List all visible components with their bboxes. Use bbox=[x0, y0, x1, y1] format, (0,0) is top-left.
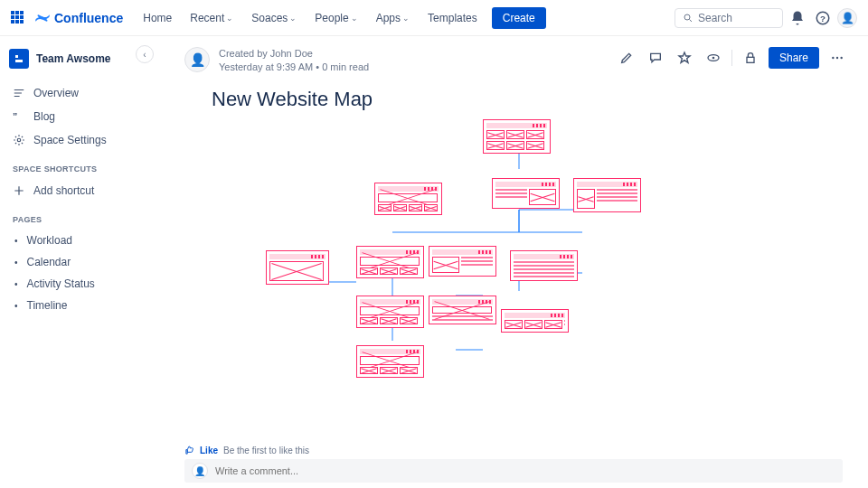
star-icon[interactable] bbox=[674, 47, 695, 69]
page-title: New Website Map bbox=[212, 88, 843, 111]
page-calendar[interactable]: Calendar bbox=[9, 251, 136, 273]
author-avatar[interactable]: 👤 bbox=[184, 47, 210, 72]
wf-node bbox=[429, 296, 496, 324]
wf-node bbox=[356, 296, 424, 328]
comment-input[interactable] bbox=[215, 465, 835, 476]
comment-icon[interactable] bbox=[645, 47, 666, 69]
top-navigation: Confluence Home Recent⌄ Soaces⌄ People⌄ … bbox=[0, 0, 868, 36]
like-status: Be the first to like this bbox=[223, 446, 309, 455]
pages-heading: PAGES bbox=[13, 215, 136, 224]
like-bar: Like Be the first to like this bbox=[184, 446, 309, 455]
nav-recent[interactable]: Recent⌄ bbox=[183, 8, 241, 28]
wf-node bbox=[356, 246, 424, 278]
nav-apps[interactable]: Apps⌄ bbox=[369, 8, 417, 28]
shortcuts-heading: SPACE SHORTCUTS bbox=[13, 164, 136, 174]
space-title[interactable]: Team Awsome bbox=[9, 49, 136, 69]
wf-node bbox=[510, 250, 578, 281]
page-timeline[interactable]: Timeline bbox=[9, 295, 136, 316]
wf-node bbox=[429, 246, 496, 277]
svg-point-11 bbox=[840, 57, 842, 59]
svg-text:”: ” bbox=[13, 111, 17, 122]
nav-spaces[interactable]: Soaces⌄ bbox=[244, 8, 304, 28]
more-icon[interactable] bbox=[826, 47, 848, 69]
wf-node bbox=[374, 183, 442, 215]
add-shortcut[interactable]: Add shortcut bbox=[9, 179, 136, 202]
svg-rect-8 bbox=[747, 57, 754, 62]
chevron-down-icon: ⌄ bbox=[402, 14, 410, 23]
overview-icon bbox=[13, 87, 25, 99]
restrictions-icon[interactable] bbox=[740, 47, 761, 69]
wf-node bbox=[356, 345, 424, 378]
page-activity-status[interactable]: Activity Status bbox=[9, 273, 136, 295]
profile-avatar[interactable]: 👤 bbox=[837, 8, 857, 28]
wf-node bbox=[501, 309, 569, 333]
brand-text: Confluence bbox=[54, 11, 123, 25]
thumbs-up-icon[interactable] bbox=[184, 446, 194, 455]
wf-node bbox=[492, 178, 560, 209]
svg-point-9 bbox=[832, 57, 834, 59]
chevron-down-icon: ⌄ bbox=[289, 14, 297, 23]
svg-point-10 bbox=[836, 57, 838, 59]
brand-logo[interactable]: Confluence bbox=[34, 10, 123, 26]
svg-point-5 bbox=[17, 138, 21, 142]
wf-node bbox=[483, 119, 551, 154]
nav-templates[interactable]: Templates bbox=[420, 8, 485, 28]
gear-icon bbox=[13, 134, 25, 146]
wf-node bbox=[266, 250, 329, 285]
share-button[interactable]: Share bbox=[769, 47, 819, 69]
page-toolbar: Share bbox=[616, 47, 848, 69]
sidebar: ‹ Team Awsome Overview ”Blog Space Setti… bbox=[0, 36, 145, 488]
edit-icon[interactable] bbox=[616, 47, 637, 69]
watch-icon[interactable] bbox=[703, 47, 724, 69]
svg-text:?: ? bbox=[820, 13, 826, 23]
app-switcher-icon[interactable] bbox=[11, 11, 25, 25]
comment-avatar: 👤 bbox=[192, 463, 208, 479]
notifications-icon[interactable] bbox=[787, 7, 808, 29]
like-button[interactable]: Like bbox=[200, 446, 218, 455]
svg-point-0 bbox=[684, 14, 690, 20]
svg-point-7 bbox=[712, 57, 715, 60]
plus-icon bbox=[13, 184, 25, 197]
main-content: Share 👤 Created by John Doe Yesterday at… bbox=[145, 36, 868, 488]
blog-icon: ” bbox=[13, 110, 25, 123]
nav-home[interactable]: Home bbox=[136, 8, 179, 28]
create-button[interactable]: Create bbox=[492, 7, 546, 29]
divider bbox=[731, 50, 732, 66]
chevron-down-icon: ⌄ bbox=[226, 14, 233, 23]
nav-people[interactable]: People⌄ bbox=[307, 8, 364, 28]
space-icon bbox=[9, 49, 29, 69]
search-input[interactable]: Search bbox=[675, 8, 783, 28]
sidebar-overview[interactable]: Overview bbox=[9, 81, 136, 105]
sidebar-blog[interactable]: ”Blog bbox=[9, 105, 136, 128]
page-workload[interactable]: Workload bbox=[9, 230, 136, 251]
search-icon bbox=[683, 13, 693, 23]
chevron-down-icon: ⌄ bbox=[351, 14, 358, 23]
confluence-icon bbox=[34, 10, 51, 26]
diagram-content bbox=[157, 115, 772, 413]
sidebar-settings[interactable]: Space Settings bbox=[9, 128, 136, 152]
svg-line-1 bbox=[690, 19, 693, 22]
wf-node bbox=[573, 178, 641, 212]
help-icon[interactable]: ? bbox=[812, 7, 834, 29]
byline-text: Created by John Doe Yesterday at 9:39 AM… bbox=[219, 47, 369, 75]
comment-box: 👤 bbox=[184, 459, 843, 483]
